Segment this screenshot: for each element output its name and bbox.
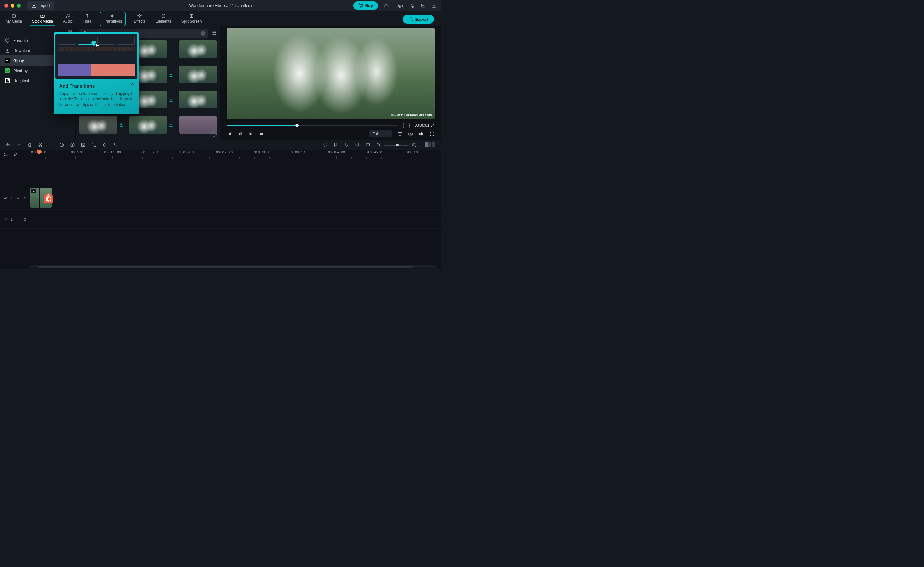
sidebar-item-label: Pixabay (13, 68, 28, 73)
media-thumbnail[interactable] (129, 116, 167, 134)
buy-button[interactable]: Buy (353, 1, 378, 10)
play-button[interactable] (248, 131, 253, 136)
audio-lane[interactable] (30, 210, 441, 228)
svg-rect-10 (192, 15, 194, 17)
tab-titles[interactable]: Titles (81, 12, 93, 26)
mark-in-icon[interactable]: { (403, 123, 404, 128)
preview-canvas[interactable]: HD-Gifs: GifsandGifs.com (227, 28, 435, 119)
buy-label: Buy (365, 3, 373, 8)
minimize-window-button[interactable] (11, 4, 15, 8)
svg-rect-17 (398, 132, 402, 135)
help-button[interactable]: ? (211, 131, 217, 137)
mark-out-icon[interactable]: } (409, 123, 410, 128)
mute-icon[interactable] (16, 218, 20, 221)
tab-transitions[interactable]: Transitions (100, 12, 126, 26)
tab-split-screen[interactable]: Split Screen (180, 12, 204, 26)
download-thumb-button[interactable] (119, 122, 124, 127)
heart-icon (5, 38, 10, 43)
video-track-number: 1 (11, 196, 13, 200)
crop-button[interactable] (48, 142, 54, 147)
zoom-slider[interactable] (384, 145, 409, 146)
lock-icon[interactable] (23, 196, 27, 200)
grid-view-icon[interactable] (212, 31, 217, 36)
import-icon (32, 3, 36, 8)
timeline-scrollbar[interactable] (30, 265, 437, 268)
message-icon[interactable] (421, 3, 426, 8)
media-thumbnail[interactable] (179, 91, 217, 108)
export-icon (408, 17, 414, 22)
export-button[interactable]: Export (403, 15, 434, 24)
playhead[interactable] (39, 150, 39, 270)
track-manager-button[interactable] (4, 152, 9, 157)
speed-button[interactable] (59, 142, 64, 147)
media-thumbnail[interactable] (80, 116, 117, 134)
split-button[interactable] (38, 142, 43, 147)
clear-search-button[interactable]: ✕ (201, 31, 206, 36)
timeline-toolbar (0, 140, 441, 150)
media-thumbnail[interactable] (179, 40, 217, 58)
tab-stock-media[interactable]: Stock Media (30, 12, 55, 26)
marker-button[interactable] (333, 142, 338, 147)
media-thumbnail[interactable] (179, 116, 217, 134)
tab-audio-label: Audio (63, 19, 73, 24)
video-lane[interactable] (30, 186, 441, 210)
download-thumb-button[interactable] (168, 97, 174, 102)
tooltip-close-button[interactable]: ✕ (130, 81, 135, 88)
fullscreen-icon[interactable] (429, 131, 435, 136)
lock-icon[interactable] (23, 218, 27, 221)
zoom-out-button[interactable] (376, 142, 381, 147)
volume-icon[interactable] (419, 131, 424, 136)
addtrack-button[interactable] (365, 142, 370, 147)
login-link[interactable]: Login (394, 3, 404, 8)
cursor-icon (94, 43, 100, 49)
cloud-icon[interactable] (384, 3, 388, 8)
eye-icon[interactable] (16, 196, 20, 200)
tab-elements-label: Elements (156, 19, 171, 24)
middle-row: (9) Favorite Download G Giphy px Pixabay… (0, 27, 441, 140)
adjust-button[interactable] (113, 142, 118, 147)
preview-scrubber[interactable] (227, 125, 398, 126)
titles-icon (85, 14, 90, 19)
download-thumb-button[interactable] (219, 122, 220, 127)
transitions-icon (110, 14, 115, 19)
stop-button[interactable] (259, 131, 264, 136)
tooltip-illustration: + (56, 34, 137, 79)
tab-my-media[interactable]: My Media (4, 12, 24, 26)
tab-audio[interactable]: Audio (61, 12, 75, 26)
color-button[interactable] (70, 142, 75, 147)
download-thumb-button[interactable] (168, 72, 174, 77)
zoom-in-button[interactable] (411, 142, 416, 147)
step-back-button[interactable] (237, 131, 243, 136)
download-thumb-button[interactable] (168, 122, 174, 127)
prev-frame-button[interactable] (227, 131, 232, 136)
maximize-window-button[interactable] (17, 4, 21, 8)
svg-rect-3 (40, 15, 44, 18)
quality-selector[interactable]: Full (369, 130, 392, 137)
keyframe-button[interactable] (102, 142, 107, 147)
mixer-button[interactable] (355, 142, 360, 147)
media-thumbnail[interactable] (179, 66, 217, 83)
link-button[interactable] (13, 152, 18, 157)
timeline-ruler[interactable]: 00:00:00:0000:00:05:0000:00:10:0000:00:1… (30, 150, 441, 159)
track-height-toggle[interactable] (424, 142, 435, 147)
close-window-button[interactable] (4, 4, 8, 8)
giphy-icon: G (5, 58, 10, 63)
snapshot-icon[interactable] (408, 131, 413, 136)
svg-point-7 (162, 15, 164, 17)
import-button[interactable]: Import (27, 1, 54, 10)
display-icon[interactable] (398, 131, 402, 136)
support-icon[interactable] (410, 3, 415, 8)
delete-button[interactable] (27, 142, 32, 147)
download-thumb-button[interactable] (219, 97, 220, 102)
voiceover-button[interactable] (344, 142, 349, 147)
redo-button[interactable] (16, 142, 21, 147)
undo-button[interactable] (6, 142, 11, 147)
expand-button[interactable] (92, 142, 96, 147)
svg-rect-18 (409, 133, 412, 135)
download-icon[interactable] (432, 3, 436, 8)
greenscreen-button[interactable] (81, 142, 86, 147)
tab-elements[interactable]: Elements (154, 12, 173, 26)
tab-effects[interactable]: Effects (132, 12, 147, 26)
sidebar-item-label: Giphy (13, 58, 24, 63)
render-button[interactable] (322, 142, 327, 147)
